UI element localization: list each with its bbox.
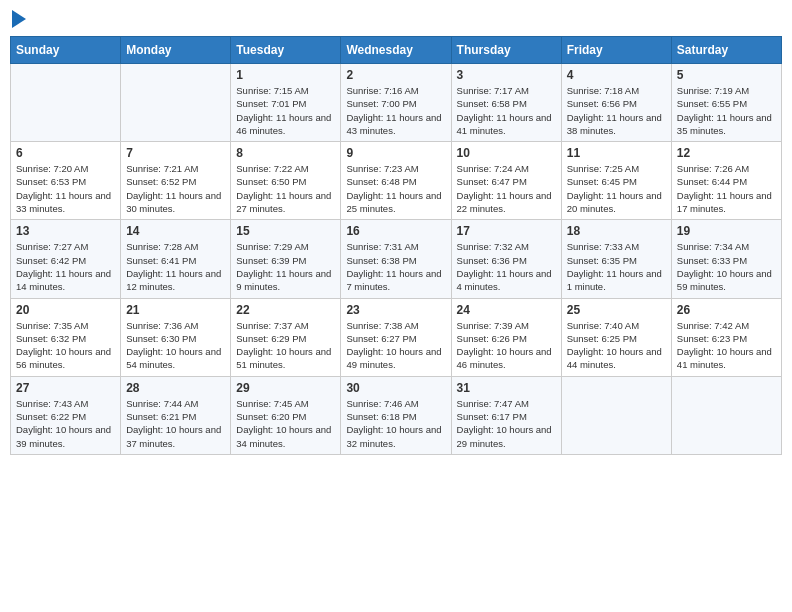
calendar-day-cell: 22Sunrise: 7:37 AM Sunset: 6:29 PM Dayli…: [231, 298, 341, 376]
day-info: Sunrise: 7:27 AM Sunset: 6:42 PM Dayligh…: [16, 240, 115, 293]
calendar-day-cell: 14Sunrise: 7:28 AM Sunset: 6:41 PM Dayli…: [121, 220, 231, 298]
day-number: 23: [346, 303, 445, 317]
calendar-day-cell: 6Sunrise: 7:20 AM Sunset: 6:53 PM Daylig…: [11, 142, 121, 220]
calendar-day-cell: 5Sunrise: 7:19 AM Sunset: 6:55 PM Daylig…: [671, 64, 781, 142]
calendar-day-header: Wednesday: [341, 37, 451, 64]
calendar-day-cell: 16Sunrise: 7:31 AM Sunset: 6:38 PM Dayli…: [341, 220, 451, 298]
day-number: 24: [457, 303, 556, 317]
calendar-day-cell: [561, 376, 671, 454]
calendar-day-cell: [11, 64, 121, 142]
calendar-day-cell: 1Sunrise: 7:15 AM Sunset: 7:01 PM Daylig…: [231, 64, 341, 142]
day-info: Sunrise: 7:40 AM Sunset: 6:25 PM Dayligh…: [567, 319, 666, 372]
calendar-week-row: 13Sunrise: 7:27 AM Sunset: 6:42 PM Dayli…: [11, 220, 782, 298]
day-info: Sunrise: 7:21 AM Sunset: 6:52 PM Dayligh…: [126, 162, 225, 215]
day-number: 13: [16, 224, 115, 238]
day-number: 31: [457, 381, 556, 395]
logo-arrow-icon: [12, 10, 26, 28]
day-number: 30: [346, 381, 445, 395]
calendar-day-cell: 8Sunrise: 7:22 AM Sunset: 6:50 PM Daylig…: [231, 142, 341, 220]
day-info: Sunrise: 7:23 AM Sunset: 6:48 PM Dayligh…: [346, 162, 445, 215]
day-info: Sunrise: 7:18 AM Sunset: 6:56 PM Dayligh…: [567, 84, 666, 137]
day-number: 27: [16, 381, 115, 395]
day-info: Sunrise: 7:43 AM Sunset: 6:22 PM Dayligh…: [16, 397, 115, 450]
day-info: Sunrise: 7:35 AM Sunset: 6:32 PM Dayligh…: [16, 319, 115, 372]
calendar-week-row: 20Sunrise: 7:35 AM Sunset: 6:32 PM Dayli…: [11, 298, 782, 376]
day-info: Sunrise: 7:16 AM Sunset: 7:00 PM Dayligh…: [346, 84, 445, 137]
day-number: 3: [457, 68, 556, 82]
calendar-day-cell: 2Sunrise: 7:16 AM Sunset: 7:00 PM Daylig…: [341, 64, 451, 142]
day-number: 29: [236, 381, 335, 395]
calendar-day-cell: 7Sunrise: 7:21 AM Sunset: 6:52 PM Daylig…: [121, 142, 231, 220]
calendar-day-cell: 15Sunrise: 7:29 AM Sunset: 6:39 PM Dayli…: [231, 220, 341, 298]
calendar-day-cell: 30Sunrise: 7:46 AM Sunset: 6:18 PM Dayli…: [341, 376, 451, 454]
logo: [10, 10, 26, 28]
calendar-day-cell: 21Sunrise: 7:36 AM Sunset: 6:30 PM Dayli…: [121, 298, 231, 376]
day-number: 19: [677, 224, 776, 238]
day-number: 26: [677, 303, 776, 317]
day-info: Sunrise: 7:46 AM Sunset: 6:18 PM Dayligh…: [346, 397, 445, 450]
day-number: 18: [567, 224, 666, 238]
day-info: Sunrise: 7:20 AM Sunset: 6:53 PM Dayligh…: [16, 162, 115, 215]
calendar-day-cell: 10Sunrise: 7:24 AM Sunset: 6:47 PM Dayli…: [451, 142, 561, 220]
calendar-week-row: 6Sunrise: 7:20 AM Sunset: 6:53 PM Daylig…: [11, 142, 782, 220]
calendar-day-header: Thursday: [451, 37, 561, 64]
day-info: Sunrise: 7:36 AM Sunset: 6:30 PM Dayligh…: [126, 319, 225, 372]
day-number: 1: [236, 68, 335, 82]
calendar-day-cell: 3Sunrise: 7:17 AM Sunset: 6:58 PM Daylig…: [451, 64, 561, 142]
calendar-day-header: Monday: [121, 37, 231, 64]
day-info: Sunrise: 7:47 AM Sunset: 6:17 PM Dayligh…: [457, 397, 556, 450]
day-info: Sunrise: 7:34 AM Sunset: 6:33 PM Dayligh…: [677, 240, 776, 293]
calendar-day-cell: 17Sunrise: 7:32 AM Sunset: 6:36 PM Dayli…: [451, 220, 561, 298]
calendar-day-cell: 23Sunrise: 7:38 AM Sunset: 6:27 PM Dayli…: [341, 298, 451, 376]
day-info: Sunrise: 7:15 AM Sunset: 7:01 PM Dayligh…: [236, 84, 335, 137]
page-header: [10, 10, 782, 28]
calendar-day-cell: [671, 376, 781, 454]
day-number: 8: [236, 146, 335, 160]
calendar-day-cell: 11Sunrise: 7:25 AM Sunset: 6:45 PM Dayli…: [561, 142, 671, 220]
day-number: 28: [126, 381, 225, 395]
day-info: Sunrise: 7:29 AM Sunset: 6:39 PM Dayligh…: [236, 240, 335, 293]
day-info: Sunrise: 7:44 AM Sunset: 6:21 PM Dayligh…: [126, 397, 225, 450]
day-info: Sunrise: 7:32 AM Sunset: 6:36 PM Dayligh…: [457, 240, 556, 293]
day-info: Sunrise: 7:22 AM Sunset: 6:50 PM Dayligh…: [236, 162, 335, 215]
day-number: 4: [567, 68, 666, 82]
calendar-week-row: 1Sunrise: 7:15 AM Sunset: 7:01 PM Daylig…: [11, 64, 782, 142]
day-info: Sunrise: 7:24 AM Sunset: 6:47 PM Dayligh…: [457, 162, 556, 215]
calendar-day-cell: 4Sunrise: 7:18 AM Sunset: 6:56 PM Daylig…: [561, 64, 671, 142]
calendar-day-cell: 20Sunrise: 7:35 AM Sunset: 6:32 PM Dayli…: [11, 298, 121, 376]
calendar-day-cell: 27Sunrise: 7:43 AM Sunset: 6:22 PM Dayli…: [11, 376, 121, 454]
day-info: Sunrise: 7:37 AM Sunset: 6:29 PM Dayligh…: [236, 319, 335, 372]
calendar-day-cell: 13Sunrise: 7:27 AM Sunset: 6:42 PM Dayli…: [11, 220, 121, 298]
day-number: 11: [567, 146, 666, 160]
day-number: 25: [567, 303, 666, 317]
day-number: 6: [16, 146, 115, 160]
calendar-day-header: Friday: [561, 37, 671, 64]
calendar-day-cell: 24Sunrise: 7:39 AM Sunset: 6:26 PM Dayli…: [451, 298, 561, 376]
day-number: 9: [346, 146, 445, 160]
day-number: 15: [236, 224, 335, 238]
day-info: Sunrise: 7:31 AM Sunset: 6:38 PM Dayligh…: [346, 240, 445, 293]
calendar-header-row: SundayMondayTuesdayWednesdayThursdayFrid…: [11, 37, 782, 64]
calendar-day-cell: 29Sunrise: 7:45 AM Sunset: 6:20 PM Dayli…: [231, 376, 341, 454]
calendar-table: SundayMondayTuesdayWednesdayThursdayFrid…: [10, 36, 782, 455]
calendar-day-cell: 19Sunrise: 7:34 AM Sunset: 6:33 PM Dayli…: [671, 220, 781, 298]
day-number: 20: [16, 303, 115, 317]
calendar-day-cell: 9Sunrise: 7:23 AM Sunset: 6:48 PM Daylig…: [341, 142, 451, 220]
calendar-day-header: Sunday: [11, 37, 121, 64]
day-info: Sunrise: 7:19 AM Sunset: 6:55 PM Dayligh…: [677, 84, 776, 137]
calendar-day-header: Tuesday: [231, 37, 341, 64]
day-info: Sunrise: 7:28 AM Sunset: 6:41 PM Dayligh…: [126, 240, 225, 293]
calendar-day-cell: 26Sunrise: 7:42 AM Sunset: 6:23 PM Dayli…: [671, 298, 781, 376]
calendar-day-cell: 28Sunrise: 7:44 AM Sunset: 6:21 PM Dayli…: [121, 376, 231, 454]
day-info: Sunrise: 7:39 AM Sunset: 6:26 PM Dayligh…: [457, 319, 556, 372]
day-number: 16: [346, 224, 445, 238]
day-number: 7: [126, 146, 225, 160]
day-info: Sunrise: 7:38 AM Sunset: 6:27 PM Dayligh…: [346, 319, 445, 372]
day-info: Sunrise: 7:33 AM Sunset: 6:35 PM Dayligh…: [567, 240, 666, 293]
day-info: Sunrise: 7:45 AM Sunset: 6:20 PM Dayligh…: [236, 397, 335, 450]
day-number: 21: [126, 303, 225, 317]
calendar-day-header: Saturday: [671, 37, 781, 64]
calendar-week-row: 27Sunrise: 7:43 AM Sunset: 6:22 PM Dayli…: [11, 376, 782, 454]
day-number: 2: [346, 68, 445, 82]
day-number: 22: [236, 303, 335, 317]
